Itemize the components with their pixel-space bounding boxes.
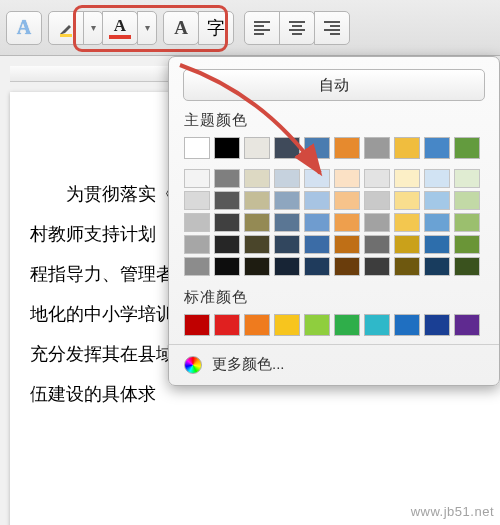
align-center-icon bbox=[289, 21, 305, 35]
align-left-icon bbox=[254, 21, 270, 35]
color-swatch[interactable] bbox=[184, 257, 210, 276]
color-swatch[interactable] bbox=[244, 213, 270, 232]
color-swatch[interactable] bbox=[454, 314, 480, 336]
color-swatch[interactable] bbox=[334, 257, 360, 276]
clear-formatting-button[interactable]: A bbox=[163, 11, 199, 45]
color-swatch[interactable] bbox=[424, 257, 450, 276]
color-swatch[interactable] bbox=[424, 191, 450, 210]
color-swatch[interactable] bbox=[394, 213, 420, 232]
highlighter-icon bbox=[57, 19, 75, 37]
color-swatch[interactable] bbox=[304, 235, 330, 254]
font-color-dropdown[interactable]: ▾ bbox=[137, 11, 157, 45]
color-swatch[interactable] bbox=[334, 137, 360, 159]
character-format-button[interactable]: 字 bbox=[198, 11, 234, 45]
color-swatch[interactable] bbox=[304, 257, 330, 276]
highlight-color-button[interactable] bbox=[48, 11, 84, 45]
color-swatch[interactable] bbox=[424, 213, 450, 232]
highlight-color-dropdown[interactable]: ▾ bbox=[83, 11, 103, 45]
color-swatch[interactable] bbox=[184, 169, 210, 188]
theme-color-shades-grid bbox=[169, 169, 499, 276]
color-swatch[interactable] bbox=[454, 169, 480, 188]
color-swatch[interactable] bbox=[184, 235, 210, 254]
color-swatch[interactable] bbox=[214, 137, 240, 159]
color-swatch[interactable] bbox=[274, 213, 300, 232]
color-swatch[interactable] bbox=[424, 235, 450, 254]
color-swatch[interactable] bbox=[244, 169, 270, 188]
color-swatch[interactable] bbox=[454, 257, 480, 276]
color-swatch[interactable] bbox=[364, 191, 390, 210]
more-colors-label: 更多颜色... bbox=[212, 355, 285, 374]
color-swatch[interactable] bbox=[454, 213, 480, 232]
color-swatch[interactable] bbox=[274, 257, 300, 276]
align-right-icon bbox=[324, 21, 340, 35]
color-swatch[interactable] bbox=[334, 213, 360, 232]
color-swatch[interactable] bbox=[184, 213, 210, 232]
color-swatch[interactable] bbox=[364, 169, 390, 188]
color-swatch[interactable] bbox=[274, 191, 300, 210]
text-effects-button[interactable]: A bbox=[6, 11, 42, 45]
color-swatch[interactable] bbox=[334, 314, 360, 336]
color-swatch[interactable] bbox=[364, 257, 390, 276]
color-swatch[interactable] bbox=[424, 314, 450, 336]
color-auto-button[interactable]: 自动 bbox=[183, 69, 485, 101]
color-swatch[interactable] bbox=[274, 169, 300, 188]
color-swatch[interactable] bbox=[184, 314, 210, 336]
color-swatch[interactable] bbox=[454, 235, 480, 254]
color-swatch[interactable] bbox=[304, 314, 330, 336]
color-swatch[interactable] bbox=[394, 169, 420, 188]
color-swatch[interactable] bbox=[454, 137, 480, 159]
color-swatch[interactable] bbox=[394, 235, 420, 254]
theme-colors-label: 主题颜色 bbox=[184, 111, 499, 130]
color-swatch[interactable] bbox=[364, 235, 390, 254]
font-color-button[interactable]: A bbox=[102, 11, 138, 45]
color-swatch[interactable] bbox=[394, 137, 420, 159]
color-swatch[interactable] bbox=[244, 257, 270, 276]
color-swatch[interactable] bbox=[304, 191, 330, 210]
align-right-button[interactable] bbox=[314, 11, 350, 45]
color-swatch[interactable] bbox=[334, 169, 360, 188]
color-swatch[interactable] bbox=[364, 137, 390, 159]
color-swatch[interactable] bbox=[214, 213, 240, 232]
color-swatch[interactable] bbox=[334, 191, 360, 210]
color-swatch[interactable] bbox=[214, 314, 240, 336]
color-wheel-icon bbox=[184, 356, 202, 374]
color-swatch[interactable] bbox=[394, 257, 420, 276]
color-swatch[interactable] bbox=[454, 191, 480, 210]
color-swatch[interactable] bbox=[364, 213, 390, 232]
align-center-button[interactable] bbox=[279, 11, 315, 45]
color-swatch[interactable] bbox=[244, 137, 270, 159]
color-swatch[interactable] bbox=[184, 191, 210, 210]
color-swatch[interactable] bbox=[304, 137, 330, 159]
color-swatch[interactable] bbox=[304, 213, 330, 232]
color-swatch[interactable] bbox=[184, 137, 210, 159]
standard-colors-label: 标准颜色 bbox=[184, 288, 499, 307]
color-swatch[interactable] bbox=[274, 137, 300, 159]
color-swatch[interactable] bbox=[424, 169, 450, 188]
align-left-button[interactable] bbox=[244, 11, 280, 45]
color-swatch[interactable] bbox=[244, 191, 270, 210]
color-swatch[interactable] bbox=[394, 314, 420, 336]
font-color-dropdown-panel: 自动 主题颜色 标准颜色 更多颜色... bbox=[168, 56, 500, 386]
color-swatch[interactable] bbox=[334, 235, 360, 254]
color-swatch[interactable] bbox=[214, 191, 240, 210]
color-swatch[interactable] bbox=[394, 191, 420, 210]
color-swatch[interactable] bbox=[364, 314, 390, 336]
formatting-toolbar: A ▾ A ▾ A 字 bbox=[0, 0, 500, 56]
color-swatch[interactable] bbox=[214, 257, 240, 276]
color-swatch[interactable] bbox=[214, 169, 240, 188]
color-swatch[interactable] bbox=[244, 314, 270, 336]
theme-color-row bbox=[169, 137, 499, 159]
more-colors-button[interactable]: 更多颜色... bbox=[169, 344, 499, 384]
font-color-icon: A bbox=[109, 17, 131, 39]
standard-color-row bbox=[169, 314, 499, 336]
color-swatch[interactable] bbox=[424, 137, 450, 159]
color-swatch[interactable] bbox=[214, 235, 240, 254]
color-swatch[interactable] bbox=[274, 235, 300, 254]
watermark-text: www.jb51.net bbox=[411, 504, 494, 519]
color-swatch[interactable] bbox=[304, 169, 330, 188]
svg-rect-0 bbox=[60, 34, 72, 37]
color-swatch[interactable] bbox=[274, 314, 300, 336]
color-swatch[interactable] bbox=[244, 235, 270, 254]
